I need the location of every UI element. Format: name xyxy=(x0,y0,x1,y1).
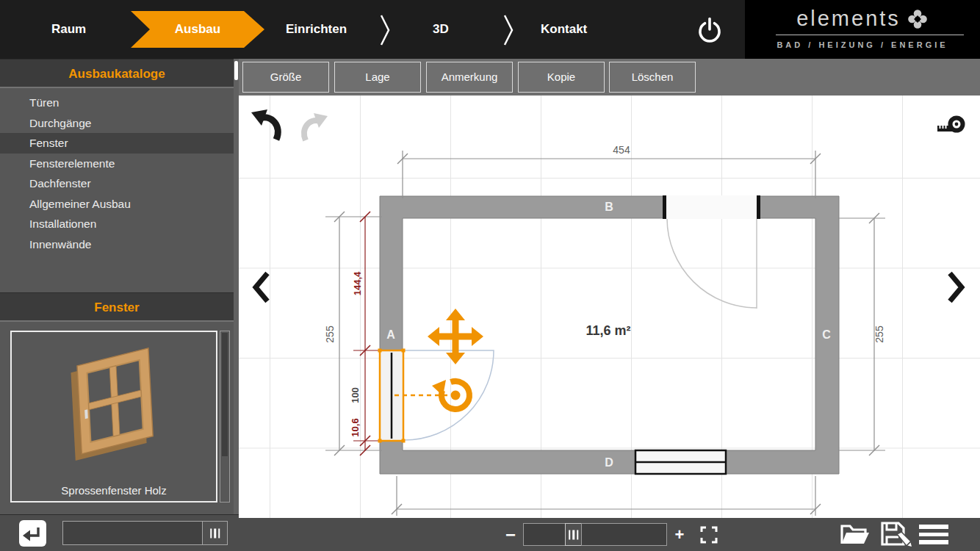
return-arrow-icon xyxy=(19,520,46,547)
brand-name-row: elements xyxy=(745,7,980,31)
sidebar-item-fensterelemente[interactable]: Fensterelemente xyxy=(0,154,234,174)
canvas-bottom-bar: − + xyxy=(239,518,980,551)
zoom-slider-track-left[interactable] xyxy=(523,523,566,546)
loeschen-button[interactable]: Löschen xyxy=(609,62,696,93)
brand-name: elements xyxy=(796,7,901,30)
edit-toolbar: Größe Lage Anmerkung Kopie Löschen xyxy=(239,59,980,96)
dimension-bottom xyxy=(392,476,821,516)
top-navigation: Raum Ausbau Einrichten 3D Kontakt elemen… xyxy=(0,0,980,59)
groesse-button[interactable]: Größe xyxy=(242,62,329,93)
dimension-right-value: 255 xyxy=(873,325,885,343)
room-area-label: 11,6 m² xyxy=(586,323,630,338)
zoom-out-button[interactable]: − xyxy=(500,518,521,551)
brand-logo-block: elements BAD / HEIZUNG / ENERGIE xyxy=(745,0,980,59)
grip-icon xyxy=(569,530,579,539)
nav-step-ausbau-active[interactable]: Ausbau xyxy=(131,11,264,48)
window-bottom-wall[interactable] xyxy=(635,450,726,474)
door-top-wall[interactable] xyxy=(663,195,760,309)
dimension-offset-bottom-value: 10,6 xyxy=(350,418,361,436)
sidebar-scrollbar-thumb[interactable] xyxy=(234,61,238,80)
zoom-slider-handle[interactable] xyxy=(565,523,582,546)
selected-window[interactable] xyxy=(378,349,494,443)
dimension-left-value: 255 xyxy=(324,325,336,343)
nav-step-raum[interactable]: Raum xyxy=(51,0,86,59)
catalog-panel-title: Ausbaukataloge xyxy=(0,59,234,88)
footer-slider-handle[interactable] xyxy=(202,522,227,544)
dimension-top xyxy=(397,151,821,198)
floorplan[interactable]: 454 255 255 xyxy=(239,96,980,518)
footer-slider-input[interactable] xyxy=(62,521,228,545)
wall-label-b: B xyxy=(605,201,613,213)
catalog-item-caption: Sprossenfenster Holz xyxy=(12,484,216,497)
room-planner-app: Raum Ausbau Einrichten 3D Kontakt elemen… xyxy=(0,0,980,551)
sidebar-item-dachfenster[interactable]: Dachfenster xyxy=(0,173,234,194)
brand-tagline: BAD / HEIZUNG / ENERGIE xyxy=(745,40,980,49)
wall-label-d: D xyxy=(605,456,613,469)
measure-tape-icon[interactable] xyxy=(937,115,968,137)
catalog-list: Türen Durchgänge Fenster Fensterelemente… xyxy=(0,93,234,254)
pan-left-arrow-icon[interactable] xyxy=(252,270,271,304)
brand-divider xyxy=(776,35,964,35)
hamburger-menu-icon[interactable] xyxy=(919,525,950,548)
dimension-window-width-value: 100 xyxy=(350,387,361,403)
grip-icon xyxy=(210,528,220,538)
sidebar-item-durchgaenge[interactable]: Durchgänge xyxy=(0,113,234,134)
brand-clover-icon xyxy=(907,8,929,30)
fenster-panel-title: Fenster xyxy=(0,292,234,322)
fullscreen-icon[interactable] xyxy=(700,526,718,544)
move-handle-icon[interactable] xyxy=(428,309,483,364)
nav-step-einrichten[interactable]: Einrichten xyxy=(286,0,347,59)
dimension-offset-top-value: 144,4 xyxy=(352,271,363,295)
sidebar-item-allgemeiner-ausbau[interactable]: Allgemeiner Ausbau xyxy=(0,194,234,215)
lage-button[interactable]: Lage xyxy=(334,62,421,93)
floorplan-canvas[interactable]: 454 255 255 xyxy=(239,96,980,518)
zoom-slider[interactable] xyxy=(523,523,667,546)
open-folder-icon[interactable] xyxy=(840,522,871,547)
main-area: Größe Lage Anmerkung Kopie Löschen xyxy=(239,59,980,551)
sidebar-footer xyxy=(0,514,239,551)
back-button[interactable] xyxy=(19,520,46,547)
nav-step-ausbau-label: Ausbau xyxy=(131,11,264,48)
sidebar-scrollbar[interactable] xyxy=(234,59,239,551)
sidebar-item-installationen[interactable]: Installationen xyxy=(0,214,234,234)
pan-right-arrow-icon[interactable] xyxy=(946,270,965,304)
dimension-top-value: 454 xyxy=(613,144,630,156)
preview-scrollbar[interactable] xyxy=(220,331,230,503)
wall-label-a: A xyxy=(386,328,395,341)
nav-separator-chevron-icon xyxy=(502,14,514,46)
kopie-button[interactable]: Kopie xyxy=(518,62,605,93)
undo-icon[interactable] xyxy=(249,106,287,144)
anmerkung-button[interactable]: Anmerkung xyxy=(426,62,513,93)
sidebar-item-innenwaende[interactable]: Innenwände xyxy=(0,234,234,255)
nav-step-3d[interactable]: 3D xyxy=(433,0,449,59)
zoom-in-button[interactable]: + xyxy=(669,518,690,551)
zoom-slider-track-right[interactable] xyxy=(581,523,667,546)
catalog-item-sprossenfenster[interactable]: Sprossenfenster Holz xyxy=(10,331,217,503)
wood-window-image xyxy=(52,339,184,464)
save-icon[interactable] xyxy=(879,520,913,550)
sidebar-item-fenster[interactable]: Fenster xyxy=(0,133,234,154)
catalog-sidebar: Ausbaukataloge Türen Durchgänge Fenster … xyxy=(0,59,239,551)
nav-separator-chevron-icon xyxy=(379,14,391,46)
power-icon[interactable] xyxy=(693,14,726,46)
redo-icon[interactable] xyxy=(296,110,330,144)
sidebar-item-tueren[interactable]: Türen xyxy=(0,93,234,113)
catalog-preview-area: Sprossenfenster Holz xyxy=(0,323,234,514)
wall-label-c: C xyxy=(822,328,831,341)
nav-step-kontakt[interactable]: Kontakt xyxy=(541,0,587,59)
preview-scrollbar-thumb[interactable] xyxy=(222,333,228,456)
